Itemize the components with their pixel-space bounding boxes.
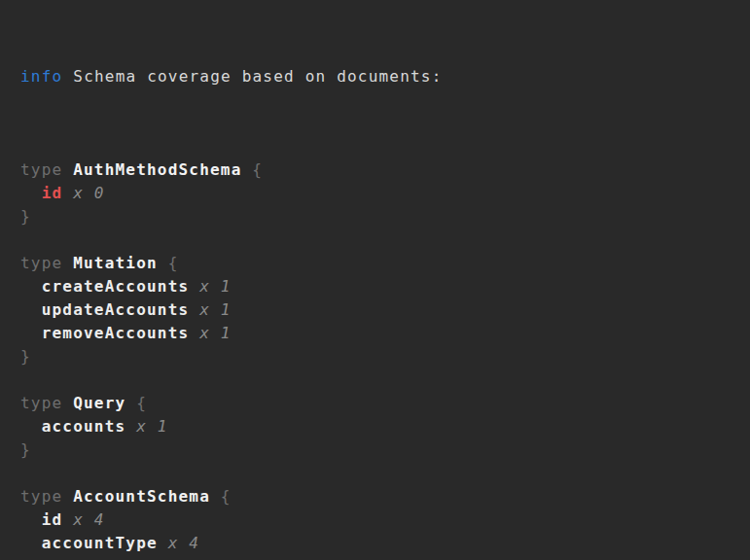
field-line: accountName x 4: [20, 555, 740, 560]
coverage-header: infoSchema coverage based on documents:: [20, 65, 740, 88]
type-block: type AccountSchema { id x 4 accountType …: [20, 462, 740, 560]
open-brace: {: [125, 394, 147, 412]
field-count: x 1: [189, 324, 231, 342]
terminal-output[interactable]: infoSchema coverage based on documents: …: [0, 0, 750, 560]
type-declaration-line: type Mutation {: [20, 252, 740, 275]
field-name: createAccounts: [20, 277, 189, 296]
field-count: x 1: [125, 417, 167, 436]
close-brace-line: }: [20, 438, 740, 462]
field-name: id: [20, 184, 62, 202]
blank-line: [20, 135, 740, 158]
field-line: accounts x 1: [20, 415, 740, 438]
type-declaration-line: type AuthMethodSchema {: [20, 158, 740, 182]
field-line: id x 0: [20, 182, 740, 205]
blank-line: [20, 228, 740, 252]
field-name: accountType: [20, 534, 158, 552]
type-declaration-line: type Query {: [20, 392, 740, 415]
open-brace: {: [158, 254, 179, 272]
type-keyword: type: [20, 487, 73, 506]
type-blocks: type AuthMethodSchema { id x 0}type Muta…: [20, 135, 740, 560]
type-block: type Query { accounts x 1}: [20, 368, 740, 462]
type-name: AuthMethodSchema: [73, 160, 241, 179]
field-count: x 1: [189, 300, 231, 319]
field-count: x 0: [62, 184, 104, 202]
type-name: Mutation: [73, 254, 158, 272]
close-brace: }: [20, 207, 31, 226]
field-count: x 4: [158, 534, 199, 552]
type-declaration-line: type AccountSchema {: [20, 485, 740, 508]
blank-line: [20, 462, 740, 485]
field-line: removeAccounts x 1: [20, 322, 740, 345]
close-brace-line: }: [20, 205, 740, 228]
blank-line: [20, 368, 740, 392]
close-brace-line: }: [20, 345, 740, 368]
field-name: removeAccounts: [20, 324, 189, 342]
field-line: createAccounts x 1: [20, 275, 740, 298]
field-count: x 1: [189, 277, 231, 296]
field-line: accountType x 4: [20, 532, 740, 555]
type-block: type Mutation { createAccounts x 1 updat…: [20, 228, 740, 368]
type-name: Query: [73, 394, 125, 412]
info-tag: info: [20, 67, 62, 86]
type-keyword: type: [20, 160, 73, 179]
type-keyword: type: [20, 254, 73, 272]
coverage-header-message: Schema coverage based on documents:: [73, 67, 442, 86]
field-line: updateAccounts x 1: [20, 298, 740, 322]
type-keyword: type: [20, 394, 73, 412]
field-name: accounts: [20, 417, 125, 436]
open-brace: {: [242, 160, 264, 179]
close-brace: }: [20, 440, 31, 459]
field-name: updateAccounts: [20, 300, 189, 319]
close-brace: }: [20, 347, 31, 366]
type-block: type AuthMethodSchema { id x 0}: [20, 135, 740, 228]
field-line: id x 4: [20, 508, 740, 532]
type-name: AccountSchema: [73, 487, 210, 506]
field-count: x 4: [62, 510, 104, 529]
field-name: id: [20, 510, 62, 529]
open-brace: {: [210, 487, 232, 506]
